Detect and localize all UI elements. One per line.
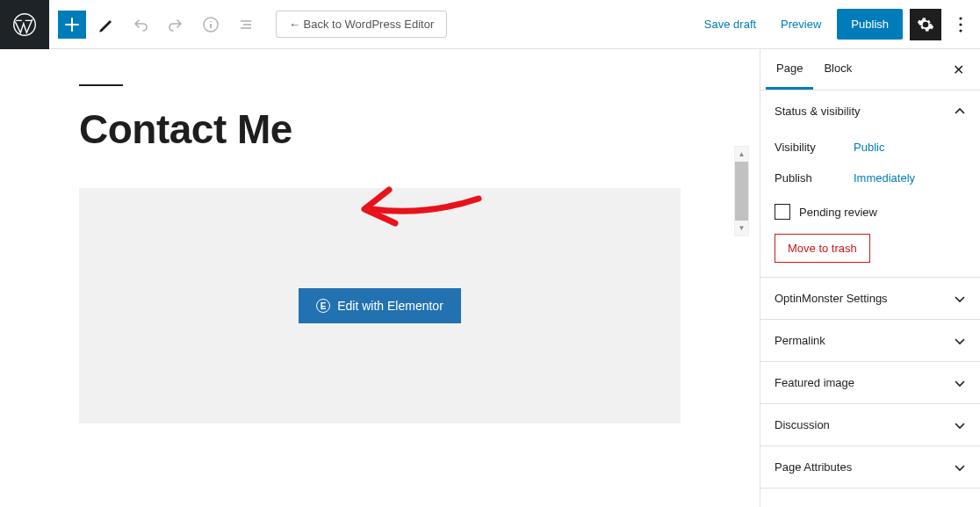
chevron-down-icon (954, 335, 966, 347)
chevron-down-icon (954, 461, 966, 474)
panel-optinmonster-title: OptinMonster Settings (775, 292, 888, 305)
panel-status-title: Status & visibility (775, 105, 861, 118)
save-draft-button[interactable]: Save draft (695, 11, 765, 38)
panel-optinmonster: OptinMonster Settings (760, 278, 980, 320)
elementor-icon: E (316, 299, 330, 313)
settings-sidebar: Page Block ✕ Status & visibility Visibil… (760, 49, 980, 507)
chevron-down-icon (954, 419, 966, 431)
pending-review-row: Pending review (775, 193, 966, 234)
scrollbar-thumb[interactable] (735, 162, 748, 221)
visibility-value[interactable]: Public (854, 141, 884, 154)
scroll-up-arrow-icon[interactable]: ▲ (735, 147, 748, 162)
toolbar-right: Save draft Preview Publish (695, 9, 980, 40)
tab-page[interactable]: Page (766, 49, 813, 90)
editor-canvas: Contact Me E Edit with Elementor ▲ ▼ (0, 49, 760, 507)
back-to-wp-editor-button[interactable]: ← Back to WordPress Editor (276, 11, 447, 38)
title-divider (79, 84, 123, 86)
publish-label: Publish (775, 171, 854, 185)
gear-icon (917, 16, 934, 33)
scroll-down-arrow-icon[interactable]: ▼ (735, 221, 748, 235)
panel-optinmonster-header[interactable]: OptinMonster Settings (760, 278, 980, 319)
tab-block[interactable]: Block (813, 49, 862, 90)
more-options-button[interactable] (948, 9, 973, 40)
panel-permalink-title: Permalink (775, 334, 825, 347)
top-toolbar: ← Back to WordPress Editor Save draft Pr… (0, 0, 980, 49)
toolbar-left: ← Back to WordPress Editor (49, 9, 456, 40)
settings-button[interactable] (910, 9, 941, 40)
edit-mode-button[interactable] (90, 9, 121, 40)
visibility-label: Visibility (775, 141, 854, 154)
panel-permalink: Permalink (760, 320, 980, 362)
panel-permalink-header[interactable]: Permalink (760, 320, 980, 361)
panel-status-header[interactable]: Status & visibility (760, 91, 980, 132)
panel-discussion: Discussion (760, 404, 980, 446)
panel-discussion-title: Discussion (775, 418, 830, 431)
preview-button[interactable]: Preview (772, 11, 830, 38)
panel-page-attributes-title: Page Attributes (775, 460, 852, 474)
wordpress-logo[interactable] (0, 0, 49, 49)
scrollbar[interactable]: ▲ ▼ (734, 146, 749, 236)
publish-row: Publish Immediately (775, 163, 966, 193)
pending-review-checkbox[interactable] (775, 204, 790, 220)
sidebar-tabs: Page Block ✕ (760, 49, 980, 91)
panel-featured-image-title: Featured image (775, 376, 854, 389)
panel-status-body: Visibility Public Publish Immediately Pe… (760, 132, 980, 277)
page-title[interactable]: Contact Me (79, 105, 681, 153)
svg-point-9 (959, 29, 962, 32)
panel-page-attributes-header[interactable]: Page Attributes (760, 446, 980, 488)
panel-discussion-header[interactable]: Discussion (760, 404, 980, 445)
pending-review-label: Pending review (799, 206, 877, 219)
visibility-row: Visibility Public (775, 132, 966, 163)
panel-featured-image-header[interactable]: Featured image (760, 362, 980, 403)
panel-page-attributes: Page Attributes (760, 446, 980, 489)
move-to-trash-button[interactable]: Move to trash (775, 234, 870, 263)
elementor-button-label: Edit with Elementor (337, 299, 443, 313)
add-block-button[interactable] (58, 11, 86, 39)
more-vertical-icon (959, 17, 962, 33)
elementor-block: E Edit with Elementor (79, 188, 681, 424)
chevron-up-icon (954, 105, 966, 118)
panel-status-visibility: Status & visibility Visibility Public Pu… (760, 91, 980, 278)
chevron-down-icon (954, 377, 966, 389)
redo-button[interactable] (160, 9, 191, 40)
main-area: Contact Me E Edit with Elementor ▲ ▼ Pag… (0, 49, 980, 507)
close-icon: ✕ (953, 62, 964, 77)
publish-button[interactable]: Publish (837, 9, 903, 40)
panel-featured-image: Featured image (760, 362, 980, 404)
close-sidebar-button[interactable]: ✕ (942, 53, 975, 87)
publish-value[interactable]: Immediately (854, 171, 915, 185)
chevron-down-icon (954, 293, 966, 305)
outline-button[interactable] (230, 9, 262, 40)
undo-button[interactable] (125, 9, 156, 40)
svg-point-8 (959, 23, 962, 25)
svg-point-7 (959, 17, 962, 19)
edit-with-elementor-button[interactable]: E Edit with Elementor (299, 288, 461, 323)
info-button[interactable] (195, 9, 227, 40)
